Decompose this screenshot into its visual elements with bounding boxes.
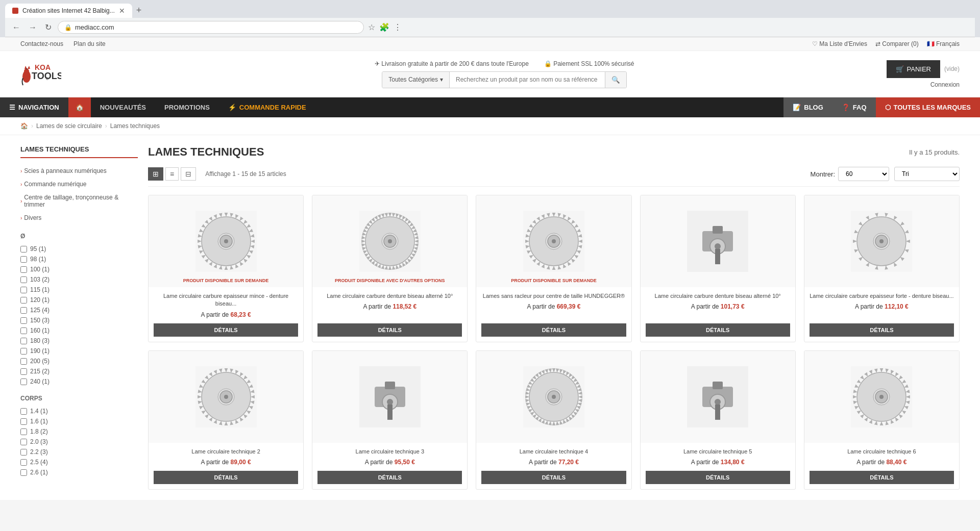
- nav-home[interactable]: 🏠: [68, 97, 91, 117]
- filter-label[interactable]: 115 (1): [30, 286, 50, 293]
- nav-promotions[interactable]: PROMOTIONS: [155, 97, 219, 117]
- product-details-button[interactable]: DÉTAILS: [810, 323, 954, 337]
- logo[interactable]: KOA TOOLS ®: [20, 59, 122, 89]
- filter-checkbox[interactable]: [20, 307, 27, 314]
- filter-label[interactable]: 2.5 (4): [30, 459, 48, 466]
- connexion-link[interactable]: Connexion: [930, 81, 960, 88]
- filter-checkbox[interactable]: [20, 408, 27, 415]
- filter-checkbox[interactable]: [20, 358, 27, 365]
- product-details-button[interactable]: DÉTAILS: [646, 323, 790, 337]
- filter-label[interactable]: 150 (3): [30, 317, 50, 324]
- product-details-button[interactable]: DÉTAILS: [154, 471, 298, 484]
- tab-close-icon[interactable]: ✕: [119, 7, 125, 15]
- cart-button[interactable]: 🛒 PANIER: [887, 60, 940, 78]
- filter-label[interactable]: 2.2 (3): [30, 448, 48, 456]
- filter-diameter-item: 103 (2): [20, 274, 138, 285]
- product-details-button[interactable]: DÉTAILS: [154, 323, 298, 337]
- sort-select[interactable]: Tri Prix croissant Prix décroissant: [894, 167, 960, 181]
- extension-icon[interactable]: 🧩: [379, 22, 389, 32]
- search-input[interactable]: [450, 72, 605, 88]
- nav-marques[interactable]: ⬡ TOUTES LES MARQUES: [876, 97, 980, 117]
- sidebar-item-scies[interactable]: › Scies à panneaux numériques: [20, 164, 138, 178]
- filter-label[interactable]: 125 (4): [30, 307, 50, 314]
- filter-checkbox[interactable]: [20, 428, 27, 435]
- nav-faq[interactable]: ❓ FAQ: [832, 97, 876, 117]
- nav-nouveautes[interactable]: NOUVEAUTÉS: [91, 97, 155, 117]
- product-price: A partir de 112,10 €: [810, 303, 954, 310]
- filter-label[interactable]: 200 (5): [30, 358, 50, 365]
- filter-label[interactable]: 2.0 (3): [30, 438, 48, 445]
- filter-checkbox[interactable]: [20, 297, 27, 304]
- product-details-button[interactable]: DÉTAILS: [646, 471, 790, 484]
- filter-checkbox[interactable]: [20, 348, 27, 355]
- forward-button[interactable]: →: [27, 22, 39, 33]
- home-icon: 🏠: [76, 104, 84, 111]
- filter-label[interactable]: 1.6 (1): [30, 418, 48, 425]
- new-tab-button[interactable]: +: [134, 3, 144, 18]
- product-details-button[interactable]: DÉTAILS: [810, 471, 954, 484]
- sidebar-item-divers[interactable]: › Divers: [20, 211, 138, 224]
- compact-view-button[interactable]: ⊟: [181, 167, 196, 181]
- filter-label[interactable]: 2.6 (1): [30, 469, 48, 476]
- filter-checkbox[interactable]: [20, 459, 27, 466]
- filter-checkbox[interactable]: [20, 418, 27, 425]
- search-button[interactable]: 🔍: [605, 72, 626, 88]
- filter-label[interactable]: 180 (3): [30, 337, 50, 344]
- reload-button[interactable]: ↻: [43, 21, 54, 33]
- filter-checkbox[interactable]: [20, 327, 27, 334]
- filter-label[interactable]: 100 (1): [30, 266, 50, 273]
- filter-label[interactable]: 120 (1): [30, 296, 50, 304]
- product-details-button[interactable]: DÉTAILS: [481, 471, 626, 484]
- breadcrumb-home[interactable]: 🏠: [20, 122, 28, 130]
- site-wrapper: Contactez-nous Plan du site ♡ Ma Liste d…: [0, 37, 980, 500]
- filter-checkbox[interactable]: [20, 246, 27, 252]
- filter-checkbox[interactable]: [20, 276, 27, 283]
- sitemap-link[interactable]: Plan du site: [74, 40, 106, 47]
- filter-checkbox[interactable]: [20, 368, 27, 375]
- filter-checkbox[interactable]: [20, 449, 27, 456]
- language-selector[interactable]: 🇫🇷 Français: [927, 40, 960, 47]
- filter-checkbox[interactable]: [20, 378, 27, 385]
- sidebar-item-commande[interactable]: › Commande numérique: [20, 178, 138, 191]
- show-count-select[interactable]: 60 30 15: [838, 167, 889, 181]
- nav-navigation[interactable]: ☰ NAVIGATION: [0, 97, 68, 117]
- filter-label[interactable]: 160 (1): [30, 327, 50, 334]
- filter-diameter-title: Ø: [20, 233, 138, 240]
- filter-diameter-item: 120 (1): [20, 295, 138, 305]
- filter-corps-item: 2.2 (3): [20, 447, 138, 457]
- compare-link[interactable]: ⇄ Comparer (0): [875, 40, 919, 47]
- grid-view-button[interactable]: ⊞: [148, 167, 163, 181]
- breadcrumb-level1[interactable]: Lames de scie circulaire: [36, 122, 102, 130]
- filter-label[interactable]: 98 (1): [30, 256, 46, 263]
- nav-commande-rapide[interactable]: ⚡ COMMANDE RAPIDE: [219, 97, 315, 117]
- filter-label[interactable]: 240 (1): [30, 378, 50, 385]
- filter-checkbox[interactable]: [20, 317, 27, 324]
- bookmark-icon[interactable]: ☆: [368, 22, 375, 32]
- filter-checkbox[interactable]: [20, 256, 27, 263]
- filter-checkbox[interactable]: [20, 287, 27, 293]
- filter-checkbox[interactable]: [20, 266, 27, 273]
- filter-label[interactable]: 95 (1): [30, 245, 46, 252]
- search-category-dropdown[interactable]: Toutes Catégories ▾: [382, 72, 450, 88]
- filter-label[interactable]: 103 (2): [30, 276, 50, 283]
- cart-status: (vide): [944, 65, 960, 72]
- menu-icon[interactable]: ⋮: [394, 22, 402, 32]
- product-details-button[interactable]: DÉTAILS: [481, 323, 626, 337]
- wishlist-link[interactable]: ♡ Ma Liste d'Envies: [812, 40, 867, 47]
- list-view-button[interactable]: ≡: [165, 167, 179, 181]
- nav-blog[interactable]: 📝 BLOG: [783, 97, 832, 117]
- product-details-button[interactable]: DÉTAILS: [317, 471, 462, 484]
- filter-label[interactable]: 215 (2): [30, 368, 50, 375]
- filter-label[interactable]: 1.8 (2): [30, 428, 48, 435]
- url-box[interactable]: 🔒 mediacc.com: [58, 21, 364, 34]
- active-tab[interactable]: Création sites Internet 42 Balbig... ✕: [5, 4, 132, 18]
- back-button[interactable]: ←: [10, 22, 22, 33]
- sidebar-item-centre[interactable]: › Centre de taillage, tronçonneuse & tri…: [20, 191, 138, 211]
- filter-checkbox[interactable]: [20, 439, 27, 445]
- filter-label[interactable]: 1.4 (1): [30, 408, 48, 415]
- contact-link[interactable]: Contactez-nous: [20, 40, 63, 47]
- filter-checkbox[interactable]: [20, 338, 27, 344]
- product-details-button[interactable]: DÉTAILS: [317, 323, 462, 337]
- filter-checkbox[interactable]: [20, 469, 27, 476]
- filter-label[interactable]: 190 (1): [30, 347, 50, 355]
